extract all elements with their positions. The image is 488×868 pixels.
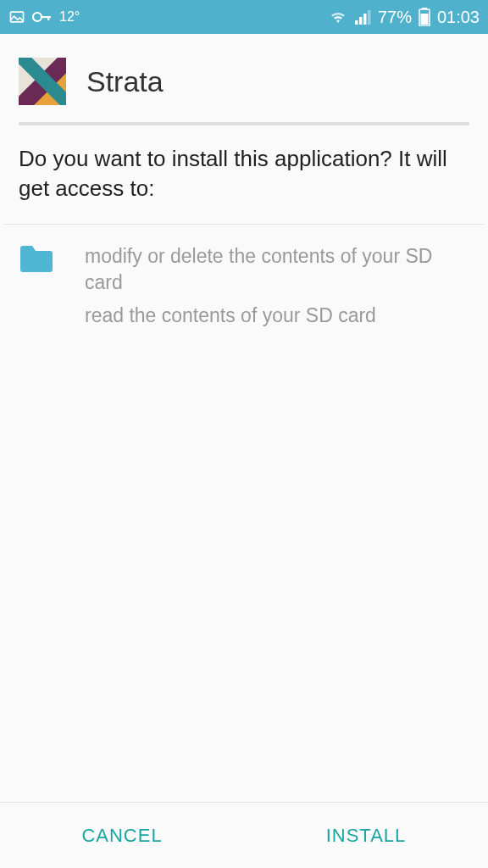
status-bar-right: 77% 01:03 bbox=[329, 8, 480, 27]
install-button[interactable]: INSTALL bbox=[244, 803, 488, 868]
svg-rect-5 bbox=[359, 17, 363, 25]
picture-icon bbox=[8, 8, 25, 25]
key-icon bbox=[32, 11, 53, 23]
signal-icon bbox=[354, 9, 371, 25]
install-dialog: Strata Do you want to install this appli… bbox=[0, 34, 488, 868]
permission-group-storage: modify or delete the contents of your SD… bbox=[19, 243, 469, 329]
svg-rect-7 bbox=[368, 10, 371, 25]
svg-rect-4 bbox=[355, 20, 358, 25]
permission-texts: modify or delete the contents of your SD… bbox=[85, 243, 469, 329]
app-name: Strata bbox=[86, 65, 164, 98]
app-icon bbox=[19, 58, 66, 105]
svg-rect-10 bbox=[420, 14, 428, 25]
button-bar: CANCEL INSTALL bbox=[0, 802, 488, 868]
permission-line: read the contents of your SD card bbox=[85, 303, 469, 329]
install-prompt: Do you want to install this application?… bbox=[0, 125, 488, 224]
cancel-button[interactable]: CANCEL bbox=[0, 803, 244, 868]
status-bar-left: 12° bbox=[8, 8, 80, 25]
permissions-list: modify or delete the contents of your SD… bbox=[0, 225, 488, 802]
folder-icon bbox=[19, 245, 54, 277]
app-header: Strata bbox=[0, 34, 488, 122]
permission-line: modify or delete the contents of your SD… bbox=[85, 243, 469, 296]
temperature-indicator: 12° bbox=[59, 9, 80, 25]
wifi-icon bbox=[329, 9, 347, 25]
svg-rect-3 bbox=[47, 16, 49, 20]
battery-icon bbox=[419, 8, 430, 26]
svg-rect-6 bbox=[363, 14, 367, 25]
svg-point-1 bbox=[33, 13, 42, 21]
battery-percent: 77% bbox=[378, 8, 412, 27]
status-bar: 12° 77% 01:03 bbox=[0, 0, 488, 34]
clock: 01:03 bbox=[437, 8, 480, 27]
